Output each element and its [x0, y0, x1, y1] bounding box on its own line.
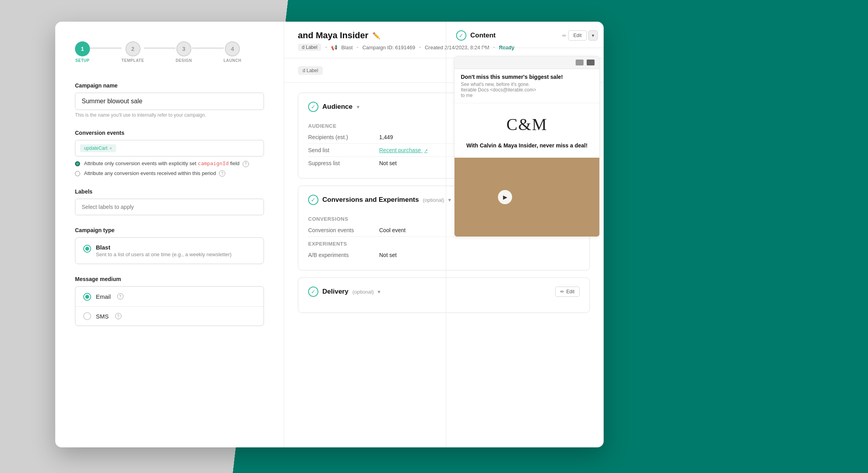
- content-panel: ✓ Content ✏ Edit ▾ Don't miss this summe…: [446, 22, 604, 447]
- audience-check-icon: ✓: [308, 102, 318, 112]
- email-preview: Don't miss this summer's biggest sale! S…: [454, 56, 600, 237]
- conversion-events-section: Conversion events updateCart × Attribute…: [75, 130, 264, 177]
- left-panel: 1 SETUP 2 TEMPLATE 3 DESIGN 4 LAUNCH Cam…: [55, 22, 284, 447]
- content-edit-button[interactable]: Edit: [568, 30, 587, 41]
- steps-container: 1 SETUP 2 TEMPLATE 3 DESIGN 4 LAUNCH: [75, 41, 264, 63]
- email-toolbar: [455, 56, 599, 69]
- step-circle-3: 3: [176, 41, 191, 56]
- email-logo: C&M: [506, 115, 547, 134]
- step-label-3: DESIGN: [176, 58, 192, 63]
- radio-2-input[interactable]: [75, 171, 80, 176]
- labels-label: Labels: [75, 188, 264, 195]
- conversion-tag-input[interactable]: updateCart ×: [75, 140, 264, 156]
- email-tagline: With Calvin & Maya Insider, never miss a…: [455, 142, 599, 158]
- step-label-2: TEMPLATE: [122, 58, 144, 63]
- campaign-name-hint: This is the name you'll use to internall…: [75, 112, 264, 118]
- radio-option-1: Attribute only conversion events with ex…: [75, 160, 264, 167]
- content-title: Content: [470, 32, 496, 39]
- campaign-id-meta: Campaign ID: 6191469: [362, 45, 415, 50]
- email-question-icon[interactable]: ?: [117, 293, 123, 300]
- tag-remove-icon[interactable]: ×: [109, 146, 112, 151]
- blast-info: Blast Sent to a list of users at one tim…: [96, 244, 232, 257]
- question-icon-2[interactable]: ?: [219, 170, 225, 177]
- step-circle-1: 1: [75, 41, 90, 56]
- sms-question-icon[interactable]: ?: [115, 313, 122, 319]
- blast-name: Blast: [96, 244, 232, 251]
- conversions-subtitle: (optional): [423, 197, 444, 203]
- conversions-title-group: ✓ Conversions and Experiments (optional)…: [308, 195, 451, 205]
- sms-radio: [83, 312, 91, 320]
- content-check-icon: ✓: [456, 30, 466, 41]
- toolbar-list-icon: [576, 60, 584, 65]
- content-pencil-icon: ✏: [562, 33, 567, 39]
- step-connector-1: [90, 48, 122, 48]
- audience-title-group: ✓ Audience ▾: [308, 102, 359, 112]
- conversions-title: Conversions and Experiments: [322, 196, 419, 204]
- conversion-events-field-value: Cool event: [379, 227, 406, 233]
- update-cart-tag: updateCart ×: [80, 144, 116, 152]
- title-edit-icon[interactable]: ✏️: [372, 32, 380, 39]
- d-label-tag: d Label: [298, 44, 321, 51]
- step-connector-3: [192, 48, 224, 48]
- recipients-label: Recipients (est.): [308, 134, 379, 140]
- campaign-type-label: Campaign type: [75, 227, 264, 233]
- room-image-overlay: [455, 158, 599, 236]
- radio-1-input[interactable]: [75, 161, 80, 166]
- sms-label: SMS: [96, 313, 109, 320]
- label-tag-display: d Label: [298, 66, 323, 75]
- blast-desc: Sent to a list of users at one time (e.g…: [96, 251, 232, 257]
- campaign-name-label: Campaign name: [75, 82, 264, 89]
- conversion-events-label: Conversion events: [75, 130, 264, 136]
- recipients-value: 1,449: [379, 134, 393, 140]
- email-subtext: See what's new, before it's gone.: [461, 82, 593, 87]
- labels-input[interactable]: [75, 199, 264, 215]
- play-button-icon[interactable]: ▶: [498, 190, 512, 204]
- email-header-row: Don't miss this summer's biggest sale! S…: [455, 69, 599, 103]
- email-subject: Don't miss this summer's biggest sale!: [461, 74, 593, 80]
- campaign-name-input[interactable]: [75, 93, 264, 110]
- step-2: 2 TEMPLATE: [122, 41, 144, 63]
- delivery-title-group: ✓ Delivery (optional) ▾: [308, 287, 380, 297]
- sms-medium[interactable]: SMS ?: [75, 306, 264, 326]
- radio-2-label: Attribute any conversion events received…: [84, 170, 225, 177]
- medium-box: Email ? SMS ?: [75, 286, 264, 326]
- blast-option[interactable]: Blast Sent to a list of users at one tim…: [83, 244, 256, 257]
- radio-option-2: Attribute any conversion events received…: [75, 170, 264, 177]
- labels-section: Labels: [75, 188, 264, 215]
- type-icon: 📢: [331, 45, 337, 50]
- send-list-value[interactable]: Recent purchase ↗: [379, 147, 428, 153]
- audience-chevron-icon[interactable]: ▾: [357, 104, 359, 110]
- tag-label: updateCart: [84, 145, 107, 151]
- step-circle-4: 4: [225, 41, 240, 56]
- step-connector-2: [144, 48, 176, 48]
- email-image: ▶: [455, 158, 599, 236]
- campaign-type-meta: Blast: [341, 45, 353, 50]
- audience-title: Audience: [322, 103, 353, 111]
- main-card: 1 SETUP 2 TEMPLATE 3 DESIGN 4 LAUNCH Cam…: [55, 22, 604, 447]
- question-icon-1[interactable]: ?: [243, 161, 249, 167]
- content-chevron-button[interactable]: ▾: [588, 30, 598, 41]
- campaign-name-section: Campaign name This is the name you'll us…: [75, 82, 264, 118]
- delivery-subtitle: (optional): [352, 289, 374, 295]
- step-label-1: SETUP: [75, 58, 90, 63]
- message-medium-label: Message medium: [75, 276, 264, 282]
- content-edit-group: ✏ Edit ▾: [562, 30, 598, 41]
- send-list-label: Send list: [308, 147, 379, 153]
- content-title-group: ✓ Content: [456, 30, 496, 41]
- content-header: ✓ Content ✏ Edit ▾: [446, 22, 604, 48]
- email-medium[interactable]: Email ?: [75, 287, 264, 306]
- email-label: Email: [96, 293, 111, 300]
- email-radio-dot: [85, 295, 89, 299]
- campaign-type-box: Blast Sent to a list of users at one tim…: [75, 237, 264, 264]
- toolbar-grid-icon: [587, 60, 595, 65]
- step-circle-2: 2: [125, 41, 140, 56]
- delivery-chevron-icon[interactable]: ▾: [378, 289, 380, 295]
- external-link-icon: ↗: [424, 148, 428, 153]
- blast-radio: [83, 245, 91, 253]
- email-radio: [83, 293, 91, 301]
- campaign-id-code: campaignId: [198, 160, 228, 166]
- email-to: to me: [461, 93, 593, 98]
- email-body: C&M With Calvin & Maya Insider, never mi…: [455, 103, 599, 236]
- suppress-list-label: Suppress list: [308, 160, 379, 166]
- step-4: 4 LAUNCH: [224, 41, 241, 63]
